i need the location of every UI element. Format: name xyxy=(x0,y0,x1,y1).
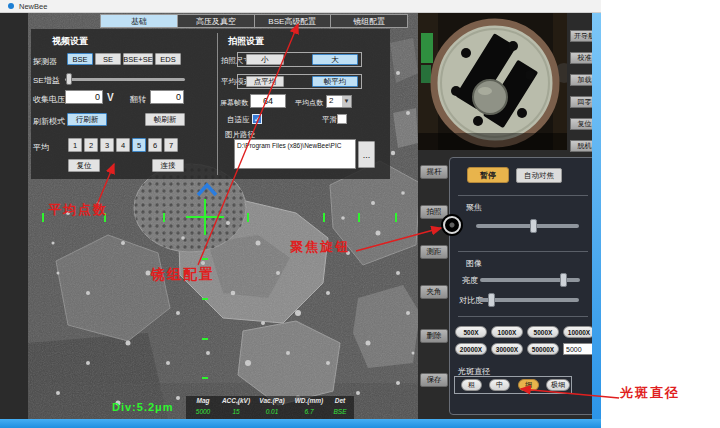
refresh-line-button[interactable]: 行刷新 xyxy=(67,113,107,126)
settings-overlay: 视频设置 探测器 BSE SE BSE+SE EDS SE增益 收集电压 V 翻… xyxy=(31,29,390,179)
avg-points-dropdown[interactable]: 2 ▼ xyxy=(326,95,352,108)
ruler-tick xyxy=(163,213,165,222)
stat-header: WD.(mm) xyxy=(290,397,328,408)
ruler-tick xyxy=(42,213,44,222)
save-button[interactable]: 保存 xyxy=(420,373,448,387)
annotation-lens-config: 镜组配置 xyxy=(151,266,215,284)
annotation-focus-knob: 聚焦旋钮 xyxy=(290,238,350,256)
reset-button[interactable]: 复位 xyxy=(68,159,100,172)
ruler-tick xyxy=(247,213,249,222)
focus-slider-thumb[interactable] xyxy=(530,219,537,233)
avg-frame-button[interactable]: 帧平均 xyxy=(312,76,358,87)
detector-bse-se-button[interactable]: BSE+SE xyxy=(123,53,153,65)
mag-1000x-button[interactable]: 1000X xyxy=(491,326,523,338)
size-large-button[interactable]: 大 xyxy=(312,54,358,65)
focus-knob[interactable] xyxy=(443,216,461,234)
adaptive-checkbox[interactable]: ✓ xyxy=(252,114,262,124)
pause-button[interactable]: 暂停 xyxy=(467,167,509,183)
mag-50000x-button[interactable]: 50000X xyxy=(527,343,559,355)
average-3-button[interactable]: 3 xyxy=(100,138,114,152)
ruler-tick xyxy=(395,213,397,222)
average-4-button[interactable]: 4 xyxy=(116,138,130,152)
connect-button[interactable]: 连接 xyxy=(152,159,184,172)
stat-value: 15 xyxy=(218,408,254,419)
stat-value: 0.01 xyxy=(254,408,290,419)
se-gain-slider-thumb[interactable] xyxy=(66,73,72,85)
crosshair-vertical xyxy=(204,199,206,235)
mag-20000x-button[interactable]: 20000X xyxy=(455,343,487,355)
screenshot-root: NewBee xyxy=(0,0,720,428)
refresh-mode-label: 刷新模式 xyxy=(33,116,65,127)
average-5-button[interactable]: 5 xyxy=(132,138,146,152)
avg-point-button[interactable]: 点平均 xyxy=(246,76,284,87)
mag-30000x-button[interactable]: 30000X xyxy=(491,343,523,355)
average-2-button[interactable]: 2 xyxy=(84,138,98,152)
top-tabbar: 基础 高压及真空 BSE高级配置 镜组配置 xyxy=(100,14,408,28)
measure-angle-button[interactable]: 夹角 xyxy=(420,285,448,299)
autofocus-button[interactable]: 自动对焦 xyxy=(516,168,562,183)
stat-header: Vac.(Pa) xyxy=(254,397,290,408)
browse-button[interactable]: ... xyxy=(358,141,375,168)
measure-distance-button[interactable]: 测距 xyxy=(420,245,448,259)
brightness-slider-thumb[interactable] xyxy=(560,273,567,287)
mag-value-input[interactable] xyxy=(563,343,593,355)
detector-bse-button[interactable]: BSE xyxy=(67,53,93,65)
spot-extra-fine-button[interactable]: 极细 xyxy=(546,379,570,391)
photo-button[interactable]: 拍照 xyxy=(420,205,448,219)
detector-se-button[interactable]: SE xyxy=(95,53,121,65)
spot-diameter-group: 粗 中 细 极细 xyxy=(454,376,572,394)
brightness-label: 亮度 xyxy=(462,275,478,286)
average-label: 平均 xyxy=(33,142,49,153)
measure-dash xyxy=(202,258,208,260)
app-icon xyxy=(8,3,14,9)
smooth-checkbox[interactable] xyxy=(337,114,347,124)
spot-coarse-button[interactable]: 粗 xyxy=(461,379,482,391)
annotation-avg-points: 平均点数 xyxy=(48,201,108,219)
mag-10000x-button[interactable]: 10000X xyxy=(563,326,595,338)
annotation-spot-diameter: 光斑直径 xyxy=(620,384,680,402)
average-1-button[interactable]: 1 xyxy=(68,138,82,152)
tab-lens-config[interactable]: 镜组配置 xyxy=(331,14,408,28)
se-gain-slider[interactable] xyxy=(65,78,185,81)
tab-hv-vacuum[interactable]: 高压及真空 xyxy=(178,14,255,28)
flip-input[interactable] xyxy=(150,90,184,104)
detector-eds-button[interactable]: EDS xyxy=(155,53,181,65)
average-6-button[interactable]: 6 xyxy=(148,138,162,152)
tab-bse-advanced[interactable]: BSE高级配置 xyxy=(255,14,332,28)
focus-label: 聚焦 xyxy=(466,202,482,213)
spot-medium-button[interactable]: 中 xyxy=(489,379,510,391)
ruler-tick xyxy=(358,213,360,222)
size-small-button[interactable]: 小 xyxy=(246,54,284,65)
image-section-label: 图像 xyxy=(466,258,482,269)
mag-5000x-button[interactable]: 5000X xyxy=(527,326,559,338)
joystick-button[interactable]: 摇杆 xyxy=(420,165,448,179)
measure-dash xyxy=(202,298,208,300)
tab-basic[interactable]: 基础 xyxy=(100,14,178,28)
frames-input[interactable] xyxy=(250,94,286,108)
smooth-label: 平滑 xyxy=(322,115,337,125)
contrast-slider-thumb[interactable] xyxy=(488,293,495,307)
chevron-up-icon[interactable] xyxy=(195,181,219,199)
window-title: NewBee xyxy=(19,2,47,11)
avg-points-label: 平均点数 xyxy=(295,98,323,108)
mag-500x-button[interactable]: 500X xyxy=(455,326,487,338)
path-textbox[interactable]: D:\Program Files (x86)\NewBee\PIC xyxy=(234,139,356,169)
average-7-button[interactable]: 7 xyxy=(164,138,178,152)
chamber-camera-view xyxy=(418,13,567,150)
window-bottom-edge xyxy=(0,419,601,428)
refresh-frame-button[interactable]: 帧刷新 xyxy=(145,113,185,126)
collect-voltage-input[interactable] xyxy=(65,90,103,104)
measure-dash xyxy=(202,338,208,340)
divider xyxy=(458,195,588,196)
spot-fine-button[interactable]: 细 xyxy=(518,379,539,391)
stat-value: BSE xyxy=(328,408,352,419)
divider xyxy=(458,316,588,317)
window-right-edge xyxy=(592,13,601,419)
stat-header: Det xyxy=(328,397,352,408)
focus-slider[interactable] xyxy=(476,224,579,228)
photo-size-group: 小 大 xyxy=(237,52,362,67)
panel-divider xyxy=(217,33,218,175)
delete-button[interactable]: 删除 xyxy=(420,329,448,343)
adaptive-label: 自适应 xyxy=(227,115,250,125)
window-titlebar[interactable]: NewBee xyxy=(0,0,601,13)
